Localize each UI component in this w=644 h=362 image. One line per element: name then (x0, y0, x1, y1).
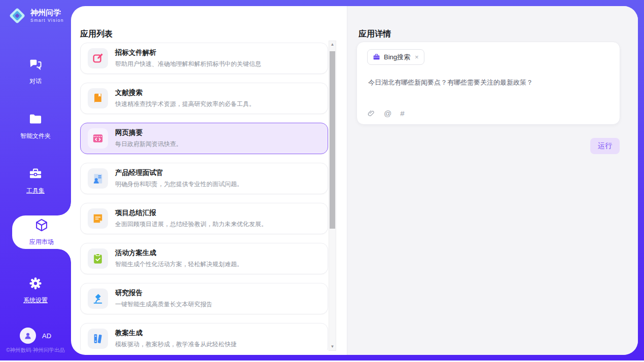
app-card-title: 网页摘要 (115, 128, 182, 137)
main-container: 应用列表 招标文件解析 帮助用户快速、准确地理解和解析招标书中的关键信息 文献搜… (71, 6, 638, 355)
app-card-title: 项目总结汇报 (115, 208, 267, 218)
copyright-text: ©神州数码·神州问学出品 (0, 347, 71, 354)
gem-logo-icon (8, 7, 26, 25)
app-card-list: 招标文件解析 帮助用户快速、准确地理解和解析招标书中的关键信息 文献搜索 快速精… (80, 43, 328, 350)
scroll-up-arrow-icon[interactable]: ▲ (329, 42, 336, 48)
app-card[interactable]: 招标文件解析 帮助用户快速、准确地理解和解析招标书中的关键信息 (80, 43, 328, 74)
tag-close-icon[interactable]: × (415, 53, 419, 61)
app-card-title: 招标文件解析 (115, 48, 261, 57)
sidebar-item-label: 工具集 (26, 187, 45, 195)
edit-icon (88, 48, 108, 68)
app-card-title: 产品经理面试官 (115, 168, 243, 177)
scrollbar-thumb[interactable] (330, 51, 335, 229)
sidebar-item-cube[interactable]: 应用市场 (12, 215, 71, 249)
sidebar-item-label: 对话 (29, 77, 42, 86)
app-card[interactable]: 研究报告 一键智能生成高质量长文本研究报告 (80, 283, 328, 314)
folder-icon (28, 112, 43, 128)
app-card-description: 模板驱动，教案秒成，教学准备从此轻松快捷 (115, 340, 237, 349)
logo-title: 神州问学 (30, 9, 64, 17)
app-card-description: 每日政府新闻资讯快查。 (115, 140, 182, 149)
app-card-description: 智能生成个性化活动方案，轻松解决规划难题。 (115, 260, 243, 269)
sidebar-item-folder[interactable]: 智能文件夹 (0, 110, 71, 143)
user-name: AD (42, 332, 51, 340)
microscope-icon (88, 288, 108, 309)
tool-tag-bing-search[interactable]: Bing搜索 × (367, 49, 424, 65)
app-card[interactable]: 项目总结汇报 全面回顾项目进展，总结经验教训，助力未来优化发展。 (80, 203, 328, 234)
app-card-description: 帮助用户快速、准确地理解和解析招标书中的关键信息 (115, 60, 261, 68)
hash-icon[interactable]: # (400, 110, 404, 118)
attachment-icon[interactable] (367, 110, 375, 118)
app-detail-panel: 应用详情 Bing搜索 × 今日湖北有哪些新闻要点？有哪些需要关注的最新政策？ … (347, 6, 638, 355)
cube-icon (34, 218, 49, 234)
app-card-title: 文献搜索 (115, 88, 255, 97)
app-card-title: 教案生成 (115, 329, 237, 338)
scroll-down-arrow-icon[interactable]: ▼ (329, 344, 336, 350)
app-card-description: 一键智能生成高质量长文本研究报告 (115, 300, 212, 309)
app-card[interactable]: 文献搜索 快速精准查找学术资源，提高研究效率的必备工具。 (80, 83, 328, 114)
sidebar-item-label: 应用市场 (29, 238, 54, 246)
books-icon (88, 329, 108, 349)
app-list-title: 应用列表 (80, 29, 113, 40)
app-card-title: 研究报告 (115, 288, 212, 298)
app-list-panel: 应用列表 招标文件解析 帮助用户快速、准确地理解和解析招标书中的关键信息 文献搜… (71, 6, 347, 355)
user-row[interactable]: AD (0, 328, 71, 344)
app-card[interactable]: 教案生成 模板驱动，教案秒成，教学准备从此轻松快捷 (80, 323, 328, 350)
user-icon (23, 331, 32, 340)
sidebar: 神州问学 Smart Vision 对话 智能文件夹 工具集 应用市场 系统设置… (0, 0, 71, 360)
app-card-description: 快速精准查找学术资源，提高研究效率的必备工具。 (115, 100, 255, 108)
avatar[interactable] (20, 328, 36, 344)
toolbox-icon (28, 167, 43, 183)
sidebar-item-label: 系统设置 (23, 296, 48, 305)
sidebar-item-label: 智能文件夹 (20, 132, 51, 140)
app-card-description: 明确身份和职责，为您提供专业性的面试问题。 (115, 180, 243, 189)
logo-subtitle: Smart Vision (30, 18, 64, 23)
sidebar-item-toolbox[interactable]: 工具集 (0, 164, 71, 198)
app-detail-title: 应用详情 (359, 29, 391, 40)
note-icon (88, 208, 108, 229)
book-icon (88, 88, 108, 108)
run-button[interactable]: 运行 (590, 138, 620, 154)
app-card-title: 活动方案生成 (115, 248, 243, 258)
chat-icon (28, 57, 43, 74)
query-text-input[interactable]: 今日湖北有哪些新闻要点？有哪些需要关注的最新政策？ (368, 78, 610, 88)
app-logo: 神州问学 Smart Vision (8, 7, 64, 25)
clipboard-check-icon (88, 248, 108, 269)
briefcase-icon (373, 53, 380, 61)
app-card[interactable]: 网页摘要 每日政府新闻资讯快查。 (80, 123, 328, 154)
sidebar-item-chat[interactable]: 对话 (0, 55, 71, 88)
query-composer-card[interactable]: Bing搜索 × 今日湖北有哪些新闻要点？有哪些需要关注的最新政策？ @ # (356, 42, 620, 125)
interviewer-icon (88, 168, 108, 189)
app-card[interactable]: 产品经理面试官 明确身份和职责，为您提供专业性的面试问题。 (80, 163, 328, 194)
tool-tag-label: Bing搜索 (384, 53, 410, 62)
browser-code-icon (88, 128, 108, 149)
sidebar-item-gear[interactable]: 系统设置 (0, 274, 71, 307)
app-card-description: 全面回顾项目进展，总结经验教训，助力未来优化发展。 (115, 220, 267, 229)
composer-toolbar: @ # (367, 110, 405, 118)
app-card[interactable]: 活动方案生成 智能生成个性化活动方案，轻松解决规划难题。 (80, 243, 328, 274)
list-scrollbar[interactable]: ▲ ▼ (329, 41, 336, 351)
mention-icon[interactable]: @ (384, 110, 391, 118)
gear-icon (28, 276, 43, 293)
